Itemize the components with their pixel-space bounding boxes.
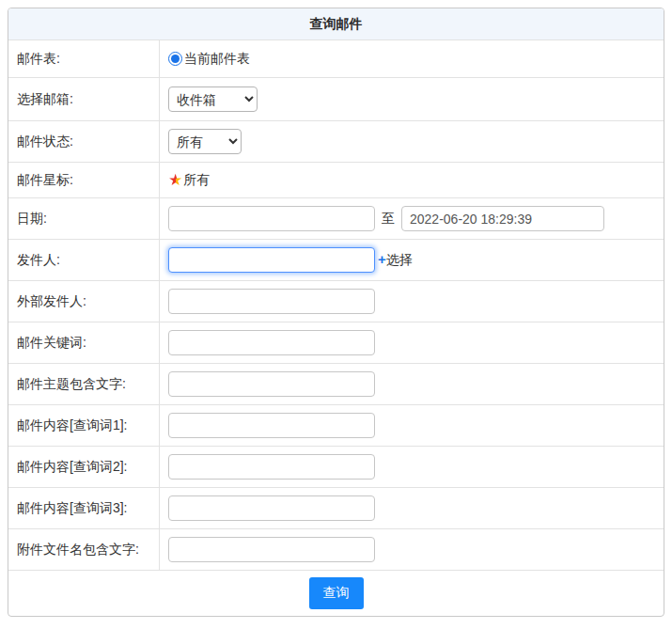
subject-label: 邮件主题包含文字: <box>8 364 160 404</box>
row-content3: 邮件内容[查询词3]: <box>8 487 664 528</box>
keywords-input[interactable] <box>168 330 375 355</box>
row-mailbox: 选择邮箱: 收件箱 <box>8 77 664 120</box>
content2-input[interactable] <box>168 454 375 480</box>
row-date: 日期: 至 <box>8 197 664 239</box>
star-label: 邮件星标: <box>8 163 160 197</box>
row-status: 邮件状态: 所有 <box>8 120 664 162</box>
mailbox-label: 选择邮箱: <box>8 78 160 120</box>
plus-icon: + <box>378 252 386 266</box>
current-mail-table-radio[interactable] <box>168 52 182 66</box>
external-sender-input[interactable] <box>168 289 375 314</box>
row-mail-table: 邮件表: 当前邮件表 <box>8 39 664 77</box>
current-mail-table-option[interactable]: 当前邮件表 <box>168 51 250 68</box>
content2-label: 邮件内容[查询词2]: <box>8 447 160 487</box>
row-star: 邮件星标: ★ 所有 <box>8 162 664 197</box>
status-label: 邮件状态: <box>8 121 160 162</box>
query-mail-panel: 查询邮件 邮件表: 当前邮件表 选择邮箱: 收件箱 邮件状态: 所有 邮件星标: <box>8 8 664 617</box>
current-mail-table-radio-label: 当前邮件表 <box>184 51 250 68</box>
mailbox-select[interactable]: 收件箱 <box>168 86 258 112</box>
mail-table-label: 邮件表: <box>8 40 160 77</box>
row-content1: 邮件内容[查询词1]: <box>8 404 664 446</box>
row-subject: 邮件主题包含文字: <box>8 363 664 404</box>
content3-label: 邮件内容[查询词3]: <box>8 488 160 528</box>
star-icon[interactable]: ★ <box>168 172 182 188</box>
keywords-label: 邮件关键词: <box>8 322 160 363</box>
date-separator: 至 <box>382 211 395 228</box>
panel-header: 查询邮件 <box>8 8 664 39</box>
row-content2: 邮件内容[查询词2]: <box>8 446 664 487</box>
date-from-input[interactable] <box>168 206 375 231</box>
query-button[interactable]: 查询 <box>309 577 364 609</box>
date-to-input[interactable] <box>401 206 604 231</box>
sender-label: 发件人: <box>8 240 160 280</box>
row-keywords: 邮件关键词: <box>8 322 664 363</box>
date-label: 日期: <box>8 198 160 239</box>
external-sender-label: 外部发件人: <box>8 281 160 322</box>
content1-label: 邮件内容[查询词1]: <box>8 405 160 446</box>
row-sender: 发件人: + 选择 <box>8 239 664 280</box>
page-title: 查询邮件 <box>310 16 363 33</box>
row-attachment: 附件文件名包含文字: <box>8 528 664 570</box>
row-external-sender: 外部发件人: <box>8 280 664 322</box>
attachment-input[interactable] <box>168 537 375 562</box>
panel-footer: 查询 <box>8 570 664 616</box>
content3-input[interactable] <box>168 495 375 521</box>
star-value[interactable]: 所有 <box>183 172 210 189</box>
subject-input[interactable] <box>168 371 375 397</box>
sender-input[interactable] <box>168 247 375 273</box>
status-select[interactable]: 所有 <box>168 129 242 154</box>
sender-select-link-label: 选择 <box>386 252 413 269</box>
sender-select-link[interactable]: + 选择 <box>375 252 413 269</box>
content1-input[interactable] <box>168 413 375 438</box>
attachment-label: 附件文件名包含文字: <box>8 529 160 570</box>
